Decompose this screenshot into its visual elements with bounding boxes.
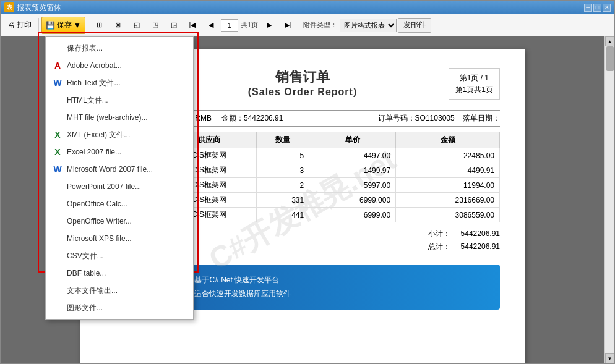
send-email-button[interactable]: 发邮件 bbox=[398, 18, 431, 33]
print-button[interactable]: 🖨 打印 bbox=[3, 17, 36, 34]
csv-icon bbox=[52, 250, 63, 261]
menu-label-oo-calc: OpenOffice Calc... bbox=[67, 200, 186, 208]
menu-item-oo-writer[interactable]: OpenOffice Writer... bbox=[46, 213, 193, 230]
last-page-button[interactable]: ▶| bbox=[279, 17, 296, 34]
window-controls: ─ □ ✕ bbox=[584, 4, 611, 12]
toolbar-separator-1 bbox=[38, 18, 39, 33]
menu-item-graphics[interactable]: 图形文件... bbox=[46, 299, 193, 316]
page-total-label: 共1页 bbox=[239, 20, 259, 30]
toolbar-btn-5[interactable]: ◲ bbox=[165, 17, 183, 34]
toolbar-btn-1[interactable]: ⊞ bbox=[91, 17, 108, 34]
menu-item-oo-calc[interactable]: OpenOffice Calc... bbox=[46, 195, 193, 213]
scroll-up-button[interactable]: ▲ bbox=[605, 36, 615, 46]
first-page-button[interactable]: |◀ bbox=[184, 17, 201, 34]
menu-label-excel2007: Excel 2007 file... bbox=[67, 148, 186, 156]
menu-label-html: HTML文件... bbox=[67, 95, 186, 106]
save-button[interactable]: 💾 保存 ▼ bbox=[41, 17, 85, 34]
menu-label-dbf: DBF table... bbox=[67, 269, 186, 277]
amount-label: 金额：5442206.91 bbox=[221, 113, 283, 124]
page-number-input[interactable]: 1 bbox=[221, 19, 238, 32]
menu-label-xml-excel: XML (Excel) 文件... bbox=[67, 130, 186, 140]
window-icon: 表 bbox=[4, 2, 14, 12]
oo-writer-icon bbox=[52, 216, 63, 227]
toolbar: 🖨 打印 💾 保存 ▼ ⊞ ⊠ ◱ ◳ ◲ |◀ ◀ 1 共1页 ▶ ▶| 附件… bbox=[1, 14, 614, 36]
printer-icon: 🖨 bbox=[7, 21, 15, 30]
menu-label-adobe: Adobe Acrobat... bbox=[67, 61, 186, 70]
col-header-amount: 金额 bbox=[396, 132, 500, 148]
next-page-button[interactable]: ▶ bbox=[260, 17, 278, 34]
dbf-icon bbox=[52, 268, 63, 279]
menu-item-save-report[interactable]: 保存报表... bbox=[46, 40, 193, 57]
menu-label-graphics: 图形文件... bbox=[67, 303, 186, 313]
title-bar: 表 报表预览窗体 ─ □ ✕ bbox=[1, 1, 614, 14]
menu-label-word2007: Microsoft Word 2007 file... bbox=[67, 165, 186, 174]
menu-item-mht[interactable]: MHT file (web-archive)... bbox=[46, 109, 193, 126]
menu-label-ms-xps: Microsoft XPS file... bbox=[67, 234, 186, 243]
order-info-right: 订单号码：SO1103005 落单日期： bbox=[378, 113, 500, 124]
menu-item-dbf[interactable]: DBF table... bbox=[46, 265, 193, 282]
minimize-button[interactable]: ─ bbox=[584, 4, 592, 12]
mht-icon bbox=[52, 112, 63, 123]
menu-item-word2007[interactable]: W Microsoft Word 2007 file... bbox=[46, 161, 193, 178]
oo-calc-icon bbox=[52, 198, 63, 210]
word-icon-rich: W bbox=[52, 77, 63, 88]
save-report-icon bbox=[52, 43, 63, 54]
toolbar-separator-2 bbox=[88, 18, 88, 33]
menu-item-csv[interactable]: CSV文件... bbox=[46, 247, 193, 265]
menu-label-text-output: 文本文件输出... bbox=[67, 286, 186, 296]
ppt-icon bbox=[52, 181, 63, 192]
col-header-qty: 数量 bbox=[256, 132, 309, 148]
menu-item-ms-xps[interactable]: Microsoft XPS file... bbox=[46, 230, 193, 247]
close-button[interactable]: ✕ bbox=[603, 4, 611, 12]
scroll-track[interactable] bbox=[606, 46, 614, 353]
attachment-type-label: 附件类型： bbox=[302, 20, 338, 30]
menu-item-xml-excel[interactable]: X XML (Excel) 文件... bbox=[46, 126, 193, 143]
toolbar-btn-4[interactable]: ◳ bbox=[147, 17, 164, 34]
toolbar-btn-3[interactable]: ◱ bbox=[128, 17, 145, 34]
menu-item-ppt2007[interactable]: PowerPoint 2007 file... bbox=[46, 178, 193, 195]
excel-icon-2007: X bbox=[52, 146, 63, 158]
menu-item-text-output[interactable]: 文本文件输出... bbox=[46, 282, 193, 299]
menu-label-oo-writer: OpenOffice Writer... bbox=[67, 217, 186, 226]
html-icon bbox=[52, 95, 63, 106]
excel-icon-xml: X bbox=[52, 129, 63, 140]
menu-item-html[interactable]: HTML文件... bbox=[46, 91, 193, 109]
text-output-icon bbox=[52, 285, 63, 296]
col-header-price: 单价 bbox=[309, 132, 396, 148]
banner-description: 基于C#.Net 快速开发平台 适合快速开发数据库应用软件 bbox=[194, 274, 291, 300]
window-title: 报表预览窗体 bbox=[17, 2, 584, 13]
graphics-icon bbox=[52, 302, 63, 313]
menu-label-csv: CSV文件... bbox=[67, 251, 186, 261]
scroll-down-button[interactable]: ▼ bbox=[605, 353, 615, 363]
xps-icon bbox=[52, 233, 63, 244]
main-window: 表 报表预览窗体 ─ □ ✕ 🖨 打印 💾 保存 ▼ ⊞ ⊠ ◱ ◳ ◲ |◀ … bbox=[0, 0, 615, 364]
menu-label-mht: MHT file (web-archive)... bbox=[67, 113, 186, 122]
menu-item-adobe[interactable]: A Adobe Acrobat... bbox=[46, 57, 193, 74]
save-icon: 💾 bbox=[46, 21, 55, 30]
menu-label-save-report: 保存报表... bbox=[67, 43, 186, 54]
save-dropdown-menu: 保存报表... A Adobe Acrobat... W Rich Text 文… bbox=[45, 36, 194, 320]
word-icon-2007: W bbox=[52, 164, 63, 175]
attachment-type-select[interactable]: 图片格式报表 bbox=[340, 19, 397, 32]
menu-item-excel2007[interactable]: X Excel 2007 file... bbox=[46, 143, 193, 161]
report-page-number: 第1页 / 1 第1页共1页 bbox=[449, 68, 500, 100]
vertical-scrollbar[interactable]: ▲ ▼ bbox=[604, 36, 614, 363]
menu-label-ppt2007: PowerPoint 2007 file... bbox=[67, 182, 186, 191]
maximize-button[interactable]: □ bbox=[593, 4, 601, 12]
menu-label-rich-text: Rich Text 文件... bbox=[67, 78, 186, 88]
dropdown-arrow-icon: ▼ bbox=[74, 21, 81, 30]
pdf-icon: A bbox=[52, 60, 63, 71]
menu-item-rich-text[interactable]: W Rich Text 文件... bbox=[46, 74, 193, 91]
scroll-thumb[interactable] bbox=[606, 46, 614, 71]
prev-page-button[interactable]: ◀ bbox=[202, 17, 220, 34]
toolbar-btn-2[interactable]: ⊠ bbox=[110, 17, 127, 34]
toolbar-separator-3 bbox=[299, 18, 299, 33]
